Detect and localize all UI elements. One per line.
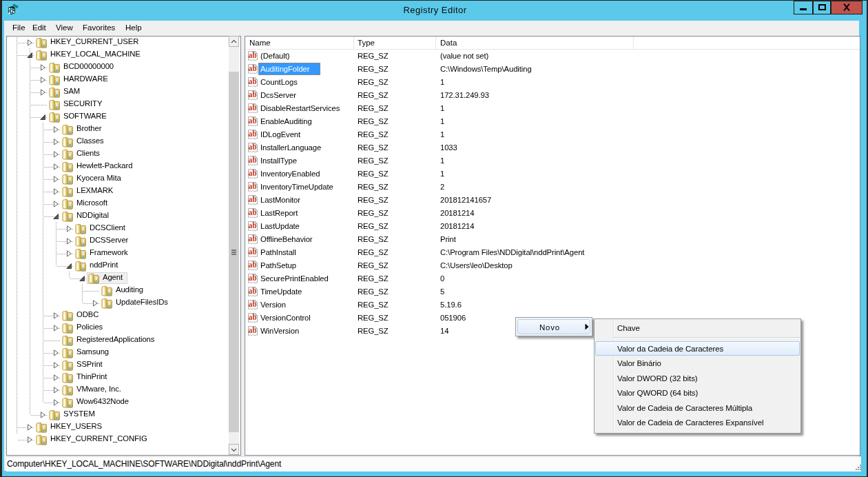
svg-text:ab: ab (248, 77, 256, 85)
svg-text:ab: ab (248, 274, 256, 282)
svg-text:ab: ab (248, 169, 256, 177)
svg-text:ab: ab (248, 234, 256, 243)
svg-text:ab: ab (248, 51, 256, 59)
svg-text:ab: ab (248, 326, 256, 334)
svg-text:ab: ab (248, 261, 256, 269)
svg-text:ab: ab (248, 103, 256, 112)
svg-text:ab: ab (248, 116, 256, 125)
svg-text:ab: ab (248, 130, 256, 138)
svg-text:ab: ab (248, 208, 256, 216)
svg-text:ab: ab (248, 156, 256, 164)
svg-text:ab: ab (248, 195, 256, 203)
svg-text:ab: ab (248, 247, 256, 256)
svg-text:ab: ab (248, 143, 256, 151)
svg-text:ab: ab (248, 182, 256, 190)
svg-text:ab: ab (248, 90, 256, 99)
svg-text:ab: ab (248, 300, 256, 308)
svg-text:ab: ab (248, 287, 256, 295)
svg-text:ab: ab (248, 221, 256, 230)
svg-text:ab: ab (248, 313, 256, 321)
svg-text:ab: ab (248, 64, 256, 72)
